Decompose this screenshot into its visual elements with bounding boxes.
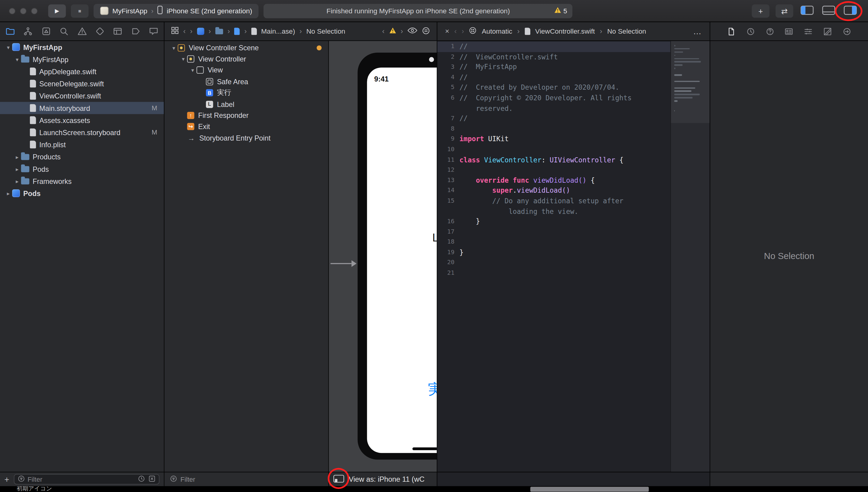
project-crumb-icon[interactable]	[197, 28, 204, 35]
line-number[interactable]: 13	[437, 175, 459, 186]
line-number[interactable]: 9	[437, 134, 459, 145]
test-navigator-tab-icon[interactable]	[95, 27, 104, 36]
navigator-row[interactable]: ▾MyFirstApp	[0, 41, 164, 53]
editor-minimap[interactable]	[670, 41, 710, 472]
connections-inspector-tab-icon[interactable]	[843, 27, 851, 36]
code-line[interactable]: 20	[437, 258, 670, 268]
breakpoint-navigator-tab-icon[interactable]	[131, 27, 141, 36]
outline-row[interactable]: B実行	[164, 87, 328, 98]
eye-icon[interactable]	[407, 27, 417, 35]
next-issue-button[interactable]: ›	[401, 27, 403, 35]
close-editor-button[interactable]: ×	[445, 27, 450, 35]
code-line[interactable]: 3// MyFirstApp	[437, 62, 670, 72]
back-button[interactable]: ‹	[183, 27, 186, 35]
navigator-row[interactable]: ▾MyFirstApp	[0, 53, 164, 65]
disclosure-triangle[interactable]: ▾	[189, 67, 197, 73]
line-number[interactable]: 6	[437, 93, 459, 103]
disclosure-triangle[interactable]: ▸	[13, 154, 21, 159]
debug-area-toggle-button[interactable]	[821, 4, 837, 18]
more-menu-button[interactable]: …	[693, 27, 702, 36]
disclosure-triangle[interactable]: ▸	[13, 166, 21, 172]
line-number[interactable]: 14	[437, 186, 459, 196]
code-line[interactable]: 8	[437, 124, 670, 134]
code-line[interactable]: 7//	[437, 114, 670, 124]
jump-bar-selection[interactable]: No Selection	[306, 27, 345, 35]
line-number[interactable]: 2	[437, 52, 459, 62]
previous-issue-button[interactable]: ‹	[382, 27, 385, 35]
project-navigator-tab-icon[interactable]	[5, 27, 15, 36]
identity-inspector-tab-icon[interactable]	[785, 27, 793, 36]
line-number[interactable]	[437, 103, 459, 114]
disclosure-triangle[interactable]: ▸	[13, 178, 21, 184]
line-number[interactable]: 21	[437, 268, 459, 278]
line-number[interactable]: 15	[437, 196, 459, 206]
add-file-button[interactable]: +	[4, 474, 9, 484]
code-line[interactable]: 21	[437, 268, 670, 278]
disclosure-triangle[interactable]: ▸	[4, 190, 12, 196]
outline-row[interactable]: →Storyboard Entry Point	[164, 132, 328, 144]
line-number[interactable]: 5	[437, 83, 459, 93]
storyboard-button[interactable]: 実行	[428, 380, 437, 399]
storyboard-entry-point-arrow[interactable]	[330, 259, 357, 270]
source-editor-pane[interactable]: 1//2// ViewController.swift3// MyFirstAp…	[437, 41, 710, 472]
scheme-name[interactable]: MyFirstApp	[112, 7, 148, 15]
line-number[interactable]: 16	[437, 217, 459, 227]
scheme-selector[interactable]: MyFirstApp › iPhone SE (2nd generation)	[94, 4, 259, 18]
navigator-row[interactable]: ▸Products	[0, 151, 164, 163]
file-crumb-icon[interactable]	[251, 28, 257, 35]
editor-swap-button[interactable]: ⇄	[776, 4, 793, 18]
disclosure-triangle[interactable]: ▾	[4, 44, 12, 50]
attributes-inspector-tab-icon[interactable]	[804, 27, 813, 36]
back-button[interactable]: ‹	[454, 27, 457, 35]
clear-filter-icon[interactable]	[148, 475, 156, 484]
line-number[interactable]: 4	[437, 72, 459, 83]
issue-navigator-tab-icon[interactable]	[77, 27, 86, 36]
outline-row[interactable]: Safe Area	[164, 76, 328, 87]
code-line[interactable]: 12	[437, 165, 670, 175]
code-line[interactable]: 14 super.viewDidLoad()	[437, 186, 670, 196]
jump-bar-file[interactable]: ViewController.swift	[535, 27, 595, 35]
code-line[interactable]: 6// Copyright © 2020 Developer. All righ…	[437, 93, 670, 103]
outline-row[interactable]: ▾View	[164, 65, 328, 76]
disclosure-triangle[interactable]: ▾	[13, 56, 21, 63]
code-line[interactable]: loading the view.	[437, 206, 670, 217]
code-line[interactable]: 10	[437, 145, 670, 155]
navigator-row[interactable]: Assets.xcassets	[0, 114, 164, 126]
view-as-label[interactable]: View as: iPhone 11 (wC	[349, 475, 425, 483]
jump-bar-mode[interactable]: Automatic	[482, 27, 512, 35]
code-line[interactable]: reserved.	[437, 103, 670, 114]
code-line[interactable]: 1//	[437, 42, 670, 52]
line-number[interactable]: 7	[437, 114, 459, 124]
library-button[interactable]: +	[752, 4, 769, 18]
outline-filter-bar[interactable]: Filter	[164, 472, 329, 486]
related-items-icon[interactable]	[469, 27, 477, 36]
code-line[interactable]: 16 }	[437, 217, 670, 227]
storyboard-crumb-icon[interactable]	[234, 28, 240, 35]
jump-bar-file[interactable]: Main...ase)	[261, 27, 295, 35]
storyboard-canvas[interactable]: 9:41 Label 実行	[329, 41, 437, 472]
forward-button[interactable]: ›	[462, 27, 464, 35]
storyboard-label[interactable]: Label	[433, 231, 437, 244]
quick-help-inspector-tab-icon[interactable]	[765, 27, 774, 36]
folder-crumb-icon[interactable]	[215, 28, 223, 34]
navigator-row[interactable]: SceneDelegate.swift	[0, 78, 164, 90]
navigator-row[interactable]: ViewController.swift	[0, 90, 164, 102]
code-line[interactable]: 4//	[437, 72, 670, 83]
size-inspector-tab-icon[interactable]	[823, 27, 832, 36]
editor-options-icon[interactable]	[422, 26, 430, 36]
file-inspector-tab-icon[interactable]	[727, 27, 736, 36]
code-area[interactable]: 1//2// ViewController.swift3// MyFirstAp…	[437, 41, 670, 472]
navigator-filter-field[interactable]: Filter	[14, 474, 159, 485]
navigator-row[interactable]: ▸Frameworks	[0, 175, 164, 187]
outline-row[interactable]: ↑First Responder	[164, 110, 328, 121]
code-line[interactable]: 2// ViewController.swift	[437, 52, 670, 62]
history-inspector-tab-icon[interactable]	[746, 27, 755, 36]
zoom-window-button[interactable]	[31, 7, 37, 14]
report-navigator-tab-icon[interactable]	[149, 27, 158, 36]
code-line[interactable]: 5// Created by Developer on 2020/07/04.	[437, 83, 670, 93]
recents-icon[interactable]	[138, 475, 145, 484]
code-line[interactable]: 18	[437, 237, 670, 247]
line-number[interactable]: 19	[437, 247, 459, 258]
navigator-toggle-button[interactable]	[799, 4, 815, 18]
code-line[interactable]: 11class ViewController: UIViewController…	[437, 155, 670, 165]
